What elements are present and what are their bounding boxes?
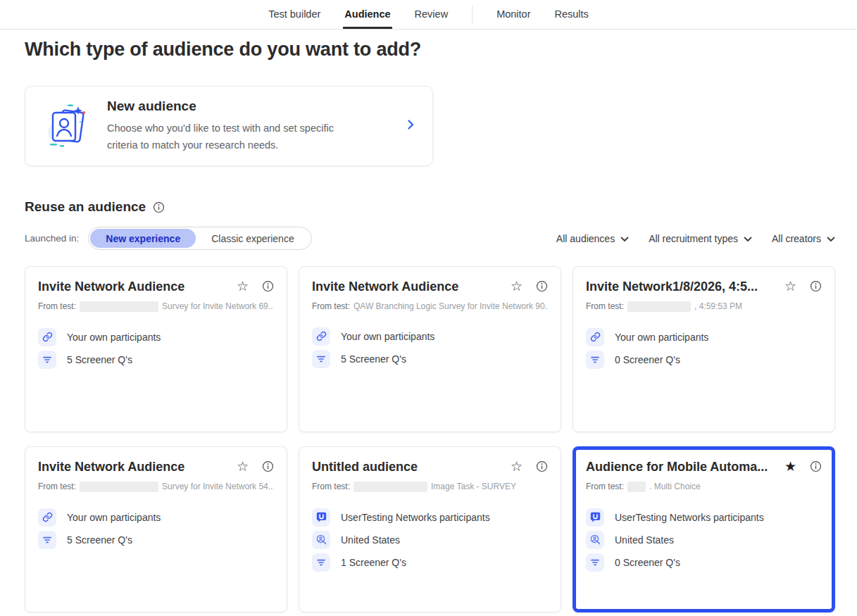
filter-dropdown-all-audiences[interactable]: All audiences [556, 233, 629, 244]
feature-label: 0 Screener Q's [615, 354, 680, 365]
feature-list: Your own participants5 Screener Q's [38, 508, 274, 549]
page-body: Which type of audience do you want to ad… [0, 39, 857, 612]
feature-row: 5 Screener Q's [312, 350, 548, 368]
feature-label: 5 Screener Q's [67, 354, 132, 365]
from-test-label: From test: [312, 301, 350, 311]
audience-card[interactable]: Untitled audience☆From test:Image Task -… [299, 446, 561, 612]
audience-card[interactable]: Invite Network Audience☆From test:QAW Br… [299, 266, 561, 432]
reuse-audience-title: Reuse an audience [25, 199, 146, 215]
audience-card-title: Invite Network1/8/2026, 4:5... [586, 279, 779, 295]
usertesting-logo-icon [312, 508, 330, 527]
audience-card[interactable]: Invite Network Audience☆From test:Survey… [25, 266, 287, 432]
page-title: Which type of audience do you want to ad… [25, 39, 835, 61]
chevron-right-icon[interactable] [404, 118, 417, 134]
redacted-test-name [627, 482, 646, 492]
person-search-icon [586, 531, 604, 549]
feature-list: UserTesting Networks participantsUnited … [312, 508, 548, 572]
feature-row: 5 Screener Q's [38, 351, 274, 369]
feature-row: Your own participants [38, 508, 274, 527]
from-test-row: From test:QAW Branching Logic Survey for… [312, 301, 548, 311]
chevron-down-icon [827, 233, 835, 244]
feature-label: 5 Screener Q's [341, 353, 406, 365]
info-icon[interactable] [810, 460, 822, 472]
feature-row: 0 Screener Q's [586, 351, 822, 369]
from-test-label: From test: [586, 301, 624, 311]
star-filled-icon[interactable]: ★ [784, 460, 796, 473]
from-test-row: From test:Survey for Invite Network 54..… [38, 482, 274, 492]
info-icon[interactable] [536, 460, 548, 472]
from-test-value: , 4:59:53 PM [694, 301, 742, 311]
chevron-down-icon [620, 233, 629, 244]
audience-card-grid: Invite Network Audience☆From test:Survey… [25, 266, 835, 612]
from-test-row: From test:Image Task - SURVEY [312, 482, 548, 492]
id-card-illustration-icon [44, 103, 89, 149]
filter-icon [38, 531, 56, 549]
link-icon [312, 327, 330, 346]
filter-icon [312, 553, 330, 572]
from-test-label: From test: [38, 482, 76, 491]
info-icon[interactable] [262, 460, 274, 472]
info-icon[interactable] [536, 280, 548, 292]
info-icon[interactable] [262, 280, 274, 292]
audience-card-title: Invite Network Audience [312, 279, 505, 295]
audience-card[interactable]: Invite Network Audience☆From test:Survey… [25, 446, 287, 612]
feature-label: UserTesting Networks participants [615, 512, 764, 523]
feature-label: Your own participants [67, 332, 161, 343]
nav-tab-review[interactable]: Review [413, 0, 450, 29]
star-outline-icon[interactable]: ☆ [511, 279, 523, 293]
feature-label: United States [341, 534, 400, 546]
from-test-row: From test:Survey for Invite Network 69..… [38, 301, 274, 312]
from-test-value: Image Task - SURVEY [431, 482, 516, 491]
feature-list: Your own participants5 Screener Q's [312, 327, 548, 368]
person-search-icon [312, 531, 330, 549]
nav-tab-monitor[interactable]: Monitor [495, 0, 532, 29]
feature-row: 5 Screener Q's [38, 531, 274, 549]
star-outline-icon[interactable]: ☆ [784, 279, 796, 293]
star-outline-icon[interactable]: ☆ [237, 279, 249, 293]
nav-tab-test-builder[interactable]: Test builder [267, 0, 322, 29]
nav-tab-audience[interactable]: Audience [343, 0, 392, 29]
new-audience-card[interactable]: New audience Choose who you'd like to te… [25, 86, 433, 166]
toggle-option-classic-experience[interactable]: Classic experience [196, 229, 310, 248]
feature-list: Your own participants5 Screener Q's [38, 328, 274, 369]
redacted-test-name [80, 301, 158, 312]
from-test-row: From test:, 4:59:53 PM [586, 301, 822, 312]
info-icon[interactable] [810, 280, 822, 292]
experience-toggle: New experienceClassic experience [88, 227, 311, 250]
from-test-value: . Multi Choice [649, 482, 701, 491]
feature-label: United States [615, 534, 674, 546]
filter-dropdown-all-creators[interactable]: All creators [772, 233, 835, 244]
audience-card-title: Untitled audience [312, 459, 505, 475]
feature-label: Your own participants [615, 332, 708, 343]
feature-list: UserTesting Networks participantsUnited … [586, 508, 822, 572]
new-audience-text: New audience Choose who you'd like to te… [107, 99, 346, 154]
feature-label: Your own participants [341, 331, 434, 342]
audience-card[interactable]: Audience for Mobile Automa...★From test:… [573, 446, 835, 612]
audience-card-title: Invite Network Audience [38, 459, 231, 475]
feature-row: UserTesting Networks participants [312, 508, 548, 527]
from-test-value: QAW Branching Logic Survey for Invite Ne… [354, 301, 548, 311]
feature-label: 5 Screener Q's [67, 534, 132, 546]
feature-row: UserTesting Networks participants [586, 508, 822, 527]
star-outline-icon[interactable]: ☆ [511, 460, 523, 473]
filter-icon [586, 553, 604, 572]
link-icon [38, 508, 56, 527]
toggle-option-new-experience[interactable]: New experience [90, 229, 196, 248]
audience-card-title: Audience for Mobile Automa... [586, 459, 779, 475]
nav-tab-results[interactable]: Results [553, 0, 589, 29]
star-outline-icon[interactable]: ☆ [237, 460, 249, 473]
filter-dropdown-all-recruitment-types[interactable]: All recruitment types [649, 233, 752, 244]
link-icon [586, 328, 604, 346]
feature-label: Your own participants [67, 512, 161, 523]
info-icon[interactable] [153, 201, 165, 213]
new-audience-title: New audience [107, 99, 346, 114]
chevron-down-icon [744, 233, 752, 244]
nav-divider [472, 6, 473, 23]
feature-label: UserTesting Networks participants [341, 512, 490, 523]
redacted-test-name [80, 482, 158, 492]
filter-icon [586, 351, 604, 369]
from-test-value: Survey for Invite Network 69... [162, 301, 274, 311]
audience-card[interactable]: Invite Network1/8/2026, 4:5...☆From test… [573, 266, 835, 432]
launched-in-label: Launched in: [25, 233, 79, 244]
filter-label: All audiences [556, 233, 615, 244]
